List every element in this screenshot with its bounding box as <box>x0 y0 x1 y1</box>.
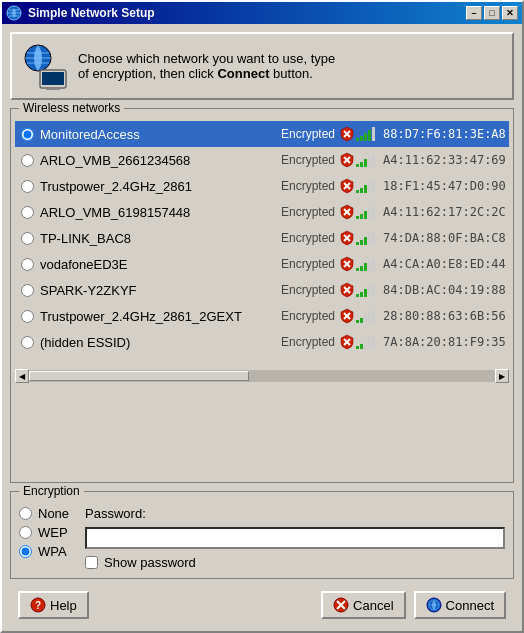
network-mac: A4:CA:A0:E8:ED:44 <box>383 257 503 271</box>
encryption-wep-label: WEP <box>38 525 68 540</box>
encryption-none-radio[interactable] <box>19 507 32 520</box>
network-radio[interactable] <box>21 232 34 245</box>
svg-rect-72 <box>364 341 367 349</box>
network-mac: 28:80:88:63:6B:56 <box>383 309 503 323</box>
svg-rect-51 <box>364 263 367 271</box>
svg-rect-11 <box>46 89 60 90</box>
window-content: Choose which network you want to use, ty… <box>2 24 522 631</box>
connect-icon <box>426 597 442 613</box>
network-icons <box>339 204 379 220</box>
network-item[interactable]: MonitoredAccessEncrypted 88:D7:F6:81:3E:… <box>15 121 509 147</box>
svg-rect-56 <box>356 294 359 297</box>
network-radio[interactable] <box>21 128 34 141</box>
network-name: TP-LINK_BAC8 <box>40 231 275 246</box>
network-radio[interactable] <box>21 206 34 219</box>
svg-rect-58 <box>364 289 367 297</box>
svg-rect-73 <box>368 338 371 349</box>
maximize-button[interactable]: □ <box>484 6 500 20</box>
network-status: Encrypted <box>275 257 335 271</box>
help-button[interactable]: ? Help <box>18 591 89 619</box>
svg-rect-22 <box>360 162 363 167</box>
encryption-none[interactable]: None <box>19 506 69 521</box>
svg-rect-71 <box>360 344 363 349</box>
network-radio[interactable] <box>21 336 34 349</box>
network-scroll[interactable]: MonitoredAccessEncrypted 88:D7:F6:81:3E:… <box>15 121 509 366</box>
show-password-row: Show password <box>85 555 505 570</box>
password-input[interactable] <box>85 527 505 549</box>
network-radio[interactable] <box>21 310 34 323</box>
network-item[interactable]: Trustpower_2.4GHz_2861_2GEXTEncrypted 28… <box>15 303 509 329</box>
encryption-wep-radio[interactable] <box>19 526 32 539</box>
network-radio[interactable] <box>21 180 34 193</box>
svg-rect-66 <box>368 312 371 323</box>
svg-rect-32 <box>372 179 375 193</box>
network-status: Encrypted <box>275 231 335 245</box>
cancel-button[interactable]: Cancel <box>321 591 405 619</box>
network-mac: 18:F1:45:47:D0:90 <box>383 179 503 193</box>
svg-rect-67 <box>372 309 375 323</box>
info-text: Choose which network you want to use, ty… <box>78 51 335 81</box>
horizontal-scrollbar[interactable]: ◀ ▶ <box>15 368 509 384</box>
help-label: Help <box>50 598 77 613</box>
network-mac: 88:D7:F6:81:3E:A8 <box>383 127 503 141</box>
connect-label: Connect <box>446 598 494 613</box>
svg-rect-53 <box>372 257 375 271</box>
network-icons <box>339 230 379 246</box>
encryption-wpa[interactable]: WPA <box>19 544 69 559</box>
network-name: ARLO_VMB_6198157448 <box>40 205 275 220</box>
connect-button[interactable]: Connect <box>414 591 506 619</box>
svg-rect-57 <box>360 292 363 297</box>
scroll-left-button[interactable]: ◀ <box>15 369 29 383</box>
svg-text:?: ? <box>35 600 41 611</box>
svg-rect-23 <box>364 159 367 167</box>
encryption-wpa-radio[interactable] <box>19 545 32 558</box>
close-button[interactable]: ✕ <box>502 6 518 20</box>
show-password-checkbox[interactable] <box>85 556 98 569</box>
network-radio[interactable] <box>21 154 34 167</box>
svg-rect-63 <box>356 320 359 323</box>
network-item[interactable]: (hidden ESSID)Encrypted 7A:8A:20:81:F9:3… <box>15 329 509 355</box>
network-mac: 84:DB:AC:04:19:88 <box>383 283 503 297</box>
svg-rect-18 <box>372 127 375 141</box>
svg-rect-24 <box>368 156 371 167</box>
minimize-button[interactable]: – <box>466 6 482 20</box>
network-item[interactable]: ARLO_VMB_6198157448Encrypted A4:11:62:17… <box>15 199 509 225</box>
network-icons <box>339 308 379 324</box>
title-icon <box>6 5 22 21</box>
network-status: Encrypted <box>275 153 335 167</box>
svg-rect-16 <box>364 133 367 141</box>
encryption-radio-list: None WEP WPA <box>19 506 69 559</box>
footer: ? Help Cancel <box>10 587 514 623</box>
help-icon: ? <box>30 597 46 613</box>
scroll-track[interactable] <box>29 370 495 382</box>
window-title: Simple Network Setup <box>28 6 466 20</box>
scroll-right-button[interactable]: ▶ <box>495 369 509 383</box>
svg-rect-43 <box>360 240 363 245</box>
network-item[interactable]: SPARK-Y2ZKYFEncrypted 84:DB:AC:04:19:88 <box>15 277 509 303</box>
svg-rect-28 <box>356 190 359 193</box>
network-radio[interactable] <box>21 258 34 271</box>
network-name: MonitoredAccess <box>40 127 275 142</box>
network-radio[interactable] <box>21 284 34 297</box>
network-item[interactable]: vodafoneED3EEncrypted A4:CA:A0:E8:ED:44 <box>15 251 509 277</box>
network-item[interactable]: ARLO_VMB_2661234568Encrypted A4:11:62:33… <box>15 147 509 173</box>
network-item[interactable]: Trustpower_2.4GHz_2861Encrypted 18:F1:45… <box>15 173 509 199</box>
svg-rect-59 <box>368 286 371 297</box>
network-icons <box>339 152 379 168</box>
scroll-thumb[interactable] <box>29 371 249 381</box>
network-mac: 74:DA:88:0F:BA:C8 <box>383 231 503 245</box>
svg-rect-9 <box>42 72 64 85</box>
connect-bold: Connect <box>217 66 269 81</box>
encryption-wep[interactable]: WEP <box>19 525 69 540</box>
svg-rect-37 <box>364 211 367 219</box>
svg-rect-46 <box>372 231 375 245</box>
cancel-icon <box>333 597 349 613</box>
svg-rect-39 <box>372 205 375 219</box>
network-item[interactable]: TP-LINK_BAC8Encrypted 74:DA:88:0F:BA:C8 <box>15 225 509 251</box>
svg-rect-31 <box>368 182 371 193</box>
main-window: Simple Network Setup – □ ✕ <box>0 0 524 633</box>
svg-rect-70 <box>356 346 359 349</box>
network-name: Trustpower_2.4GHz_2861 <box>40 179 275 194</box>
svg-rect-44 <box>364 237 367 245</box>
encryption-none-label: None <box>38 506 69 521</box>
